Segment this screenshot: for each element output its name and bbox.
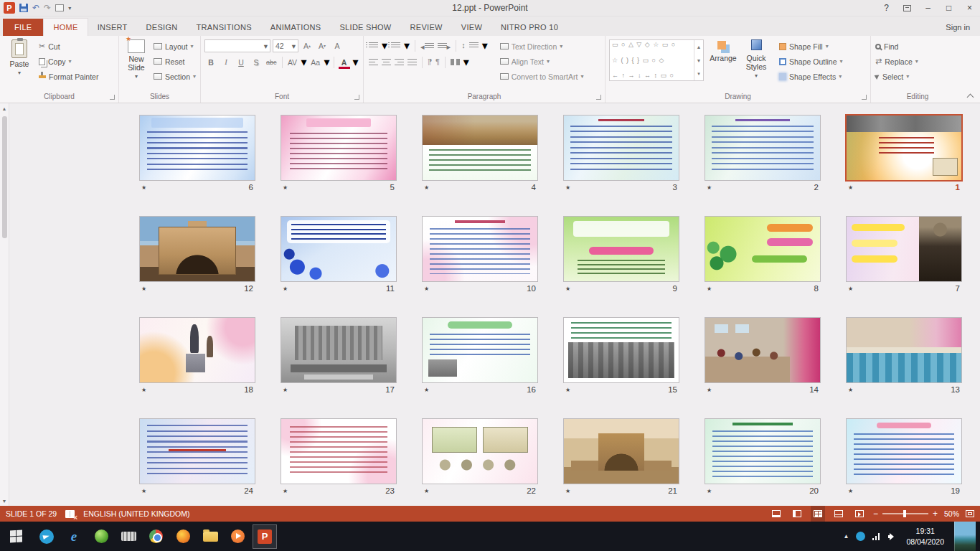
zoom-slider[interactable] — [882, 513, 928, 514]
sign-in-link[interactable]: Sign in — [946, 23, 970, 32]
find-button[interactable]: Find — [873, 39, 920, 54]
zoom-out-button[interactable]: − — [873, 509, 878, 518]
language-indicator[interactable]: ENGLISH (UNITED KINGDOM) — [83, 509, 189, 518]
taskbar-firefox-button[interactable] — [171, 524, 195, 549]
slide-thumbnail[interactable] — [705, 116, 820, 180]
shrink-font-button[interactable]: A — [316, 39, 329, 52]
italic-button[interactable]: I — [220, 56, 232, 69]
numbering-icon[interactable] — [391, 42, 400, 49]
drawing-dialog-launcher-icon[interactable] — [862, 95, 867, 100]
zoom-slider-thumb[interactable] — [903, 510, 906, 517]
taskbar-clock[interactable]: 19:31 08/04/2020 — [903, 526, 947, 546]
shapes-scroll-up-icon[interactable]: ▲ — [694, 40, 703, 54]
taskbar-internet-explorer-button[interactable]: e — [62, 524, 86, 549]
collapse-ribbon-icon[interactable] — [967, 93, 973, 98]
close-button[interactable]: × — [959, 0, 980, 16]
taskbar-media-player-button[interactable] — [225, 524, 250, 549]
scrollbar-thumb[interactable] — [2, 116, 7, 238]
paste-button[interactable]: Paste — [2, 37, 37, 83]
scroll-down-icon[interactable]: ▼ — [2, 496, 7, 506]
font-color-button[interactable]: A — [338, 56, 351, 69]
slide-thumbnail[interactable] — [564, 116, 679, 180]
reading-view-button[interactable] — [831, 506, 846, 522]
tab-animations[interactable]: ANIMATIONS — [261, 19, 331, 36]
slide-thumbnail[interactable] — [847, 217, 961, 281]
volume-icon[interactable] — [888, 533, 896, 540]
underline-button[interactable]: U — [235, 56, 248, 69]
show-desktop-area[interactable] — [954, 522, 976, 551]
paragraph-dialog-launcher-icon[interactable] — [596, 95, 601, 100]
customize-qat-dropdown-icon[interactable] — [68, 5, 71, 11]
copy-button[interactable]: Copy — [37, 54, 100, 69]
character-spacing-button[interactable]: AV — [286, 56, 299, 69]
slide-thumbnail[interactable] — [423, 318, 537, 382]
shapes-gallery[interactable]: ▭ ○ △ ▽ ◇ ☆ ▭ ○ ☆ ( ) { } ▭ ○ ◇ ← ↑ → ↓ … — [609, 39, 704, 81]
font-dialog-launcher-icon[interactable] — [354, 95, 359, 100]
fit-slide-to-window-icon[interactable] — [966, 510, 974, 517]
scroll-up-icon[interactable]: ▲ — [2, 103, 7, 113]
bold-button[interactable]: B — [204, 56, 217, 69]
hidden-icons-button[interactable]: ▲ — [844, 533, 849, 540]
zoom-level[interactable]: 50% — [944, 509, 959, 518]
slide-thumbnail[interactable] — [140, 217, 255, 281]
slide-thumbnail[interactable] — [705, 419, 820, 484]
change-case-button[interactable]: Aa — [309, 56, 322, 69]
cut-button[interactable]: ✂Cut — [37, 39, 100, 54]
slide-thumbnail[interactable] — [423, 116, 537, 180]
slide-thumbnail[interactable] — [281, 419, 396, 484]
font-name-combo[interactable] — [204, 39, 270, 52]
align-right-button[interactable] — [395, 59, 404, 65]
text-shadow-button[interactable]: S — [250, 56, 263, 69]
slide-thumbnail[interactable] — [847, 116, 961, 180]
slide-thumbnail[interactable] — [847, 419, 961, 484]
slide-thumbnail[interactable] — [564, 419, 679, 484]
text-direction-button[interactable]: Text Direction — [498, 39, 586, 54]
slide-thumbnail[interactable] — [564, 217, 679, 281]
tab-slide-show[interactable]: SLIDE SHOW — [330, 19, 400, 36]
reset-button[interactable]: Reset — [151, 54, 198, 69]
taskbar-powerpoint-button[interactable]: P — [253, 524, 277, 549]
grow-font-button[interactable]: A — [301, 39, 314, 52]
slide-thumbnail[interactable] — [281, 318, 396, 382]
section-button[interactable]: Section — [151, 69, 198, 84]
slide-thumbnail[interactable] — [281, 217, 396, 281]
replace-button[interactable]: ⇄Replace — [873, 54, 920, 69]
columns-icon[interactable] — [451, 59, 460, 65]
start-button[interactable] — [0, 522, 32, 551]
taskbar-file-explorer-button[interactable] — [198, 524, 222, 549]
decrease-indent-button[interactable]: ◂ — [420, 39, 434, 52]
network-icon[interactable] — [872, 533, 881, 540]
tab-nitro-pro[interactable]: NITRO PRO 10 — [491, 19, 567, 36]
slide-thumbnail[interactable] — [140, 116, 255, 180]
undo-icon[interactable]: ↶ — [32, 4, 39, 12]
layout-button[interactable]: Layout — [151, 39, 198, 54]
align-center-button[interactable] — [382, 59, 391, 65]
tab-review[interactable]: REVIEW — [401, 19, 452, 36]
minimize-button[interactable]: – — [918, 0, 938, 16]
font-size-combo[interactable]: 42 — [273, 39, 298, 52]
shapes-scroll-down-icon[interactable]: ▼ — [694, 54, 703, 67]
ribbon-display-options-button[interactable] — [897, 0, 918, 16]
shape-fill-button[interactable]: Shape Fill — [777, 39, 845, 54]
taskbar-chrome-button[interactable] — [143, 524, 168, 549]
tab-view[interactable]: VIEW — [452, 19, 491, 36]
slide-thumbnail[interactable] — [705, 217, 820, 281]
shape-effects-button[interactable]: Shape Effects — [777, 69, 845, 84]
strikethrough-button[interactable]: abc — [265, 56, 278, 69]
tab-insert[interactable]: INSERT — [88, 19, 137, 36]
select-button[interactable]: Select — [873, 69, 920, 84]
zoom-in-button[interactable]: + — [933, 509, 938, 518]
align-left-button[interactable] — [369, 59, 378, 65]
format-painter-button[interactable]: Format Painter — [37, 69, 100, 84]
slide-thumbnail[interactable] — [705, 318, 820, 382]
redo-icon[interactable]: ↷ — [44, 4, 51, 12]
align-text-button[interactable]: Align Text — [498, 54, 586, 69]
spell-check-icon[interactable] — [65, 510, 75, 518]
vertical-scrollbar[interactable]: ▲ ▼ — [0, 103, 9, 506]
taskbar-keyboard-button[interactable] — [116, 524, 141, 549]
taskbar-green-app-button[interactable] — [89, 524, 113, 549]
maximize-button[interactable]: □ — [938, 0, 959, 16]
line-spacing-icon[interactable]: ↕ — [461, 42, 466, 50]
tray-app-icon[interactable] — [856, 532, 865, 541]
slide-thumbnail[interactable] — [140, 318, 255, 382]
